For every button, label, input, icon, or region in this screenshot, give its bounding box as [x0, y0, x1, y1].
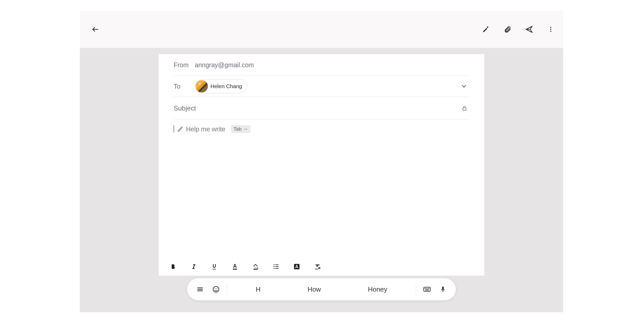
magic-pen-button[interactable]: [481, 24, 491, 35]
paperclip-icon: [504, 26, 511, 33]
subject-input[interactable]: [174, 104, 405, 112]
to-row[interactable]: To Helen Chang: [159, 76, 484, 97]
svg-point-8: [274, 264, 275, 265]
suggestion-3[interactable]: Honey: [365, 285, 390, 293]
from-row[interactable]: From anngray@gmail.com: [159, 54, 484, 76]
keyboard-icon: [423, 285, 431, 293]
bold-icon: [170, 263, 176, 270]
hamburger-icon: [197, 286, 204, 293]
compose-card: From anngray@gmail.com To Helen Chang: [159, 54, 484, 276]
italic-icon: [190, 263, 197, 270]
help-me-write-label: Help me write: [186, 125, 225, 133]
magic-pen-icon: [177, 126, 183, 132]
svg-point-19: [215, 288, 215, 289]
expand-recipients-button[interactable]: [461, 83, 467, 90]
keyboard-menu-button[interactable]: [194, 286, 206, 293]
keyboard-toggle-button[interactable]: [421, 285, 433, 293]
svg-rect-5: [463, 108, 466, 110]
svg-point-10: [274, 268, 275, 269]
svg-point-2: [550, 27, 551, 28]
svg-point-3: [550, 29, 551, 30]
text-cursor: [174, 125, 174, 132]
font-bg-icon: [293, 263, 300, 270]
svg-rect-7: [253, 269, 258, 270]
emoji-button[interactable]: [210, 285, 222, 293]
svg-rect-21: [424, 287, 430, 291]
tab-hint-text: Tab: [234, 126, 242, 132]
bulleted-list-button[interactable]: [271, 261, 281, 272]
svg-rect-28: [443, 291, 443, 292]
suggestion-1[interactable]: H: [253, 285, 263, 293]
list-icon: [273, 263, 280, 270]
separator: [227, 284, 227, 295]
tab-hint: Tab →: [231, 125, 251, 133]
email-body[interactable]: Help me write Tab →: [159, 120, 484, 139]
clear-formatting-button[interactable]: [312, 261, 323, 272]
paint-bucket-icon: [252, 263, 259, 270]
recipient-name: Helen Chang: [210, 83, 242, 89]
suggestions: H How Honey: [232, 285, 411, 293]
svg-rect-17: [197, 291, 203, 291]
arrow-left-icon: [91, 26, 99, 33]
lock-icon: [462, 105, 467, 111]
svg-rect-14: [294, 264, 300, 269]
chevron-down-icon: [461, 83, 467, 90]
from-value: anngray@gmail.com: [195, 61, 254, 69]
formatting-toolbar: [159, 257, 484, 276]
svg-point-20: [217, 288, 217, 289]
subject-row[interactable]: [159, 97, 484, 120]
divider: [174, 119, 469, 120]
from-label: From: [174, 61, 195, 69]
confidential-mode-button[interactable]: [462, 105, 467, 111]
emoji-icon: [212, 285, 220, 293]
recipient-chip[interactable]: Helen Chang: [195, 79, 247, 93]
send-icon: [525, 25, 533, 33]
bold-button[interactable]: [168, 261, 178, 272]
svg-point-9: [274, 266, 275, 267]
app-frame: From anngray@gmail.com To Helen Chang: [80, 11, 563, 312]
tab-hint-arrow: →: [243, 126, 248, 132]
underline-button[interactable]: [209, 261, 219, 272]
underline-icon: [211, 263, 218, 270]
help-me-write-prompt[interactable]: Help me write Tab →: [177, 125, 250, 133]
top-bar: [80, 11, 563, 48]
svg-rect-6: [233, 269, 237, 270]
font-background-button[interactable]: [292, 261, 302, 272]
svg-point-4: [550, 31, 551, 32]
send-button[interactable]: [524, 24, 534, 35]
highlight-color-button[interactable]: [250, 261, 261, 272]
svg-rect-13: [275, 268, 279, 268]
mic-icon: [440, 286, 446, 293]
magic-pen-icon: [482, 26, 490, 33]
svg-rect-15: [197, 287, 203, 288]
suggestion-2[interactable]: How: [305, 285, 324, 293]
to-label: To: [174, 83, 195, 90]
svg-rect-16: [197, 289, 203, 290]
avatar: [196, 80, 208, 92]
svg-rect-11: [275, 264, 279, 265]
voice-input-button[interactable]: [437, 286, 449, 293]
clear-format-icon: [314, 263, 321, 270]
top-actions: [481, 24, 556, 35]
text-color-button[interactable]: [230, 261, 240, 272]
more-vert-icon: [547, 26, 554, 33]
svg-rect-12: [275, 266, 279, 267]
text-color-icon: [231, 263, 239, 270]
more-button[interactable]: [546, 24, 556, 35]
keyboard-suggestion-bar: H How Honey: [187, 278, 456, 300]
svg-point-18: [213, 286, 219, 292]
back-button[interactable]: [89, 23, 101, 36]
attach-button[interactable]: [502, 24, 513, 35]
italic-button[interactable]: [189, 261, 199, 272]
separator: [416, 284, 416, 295]
